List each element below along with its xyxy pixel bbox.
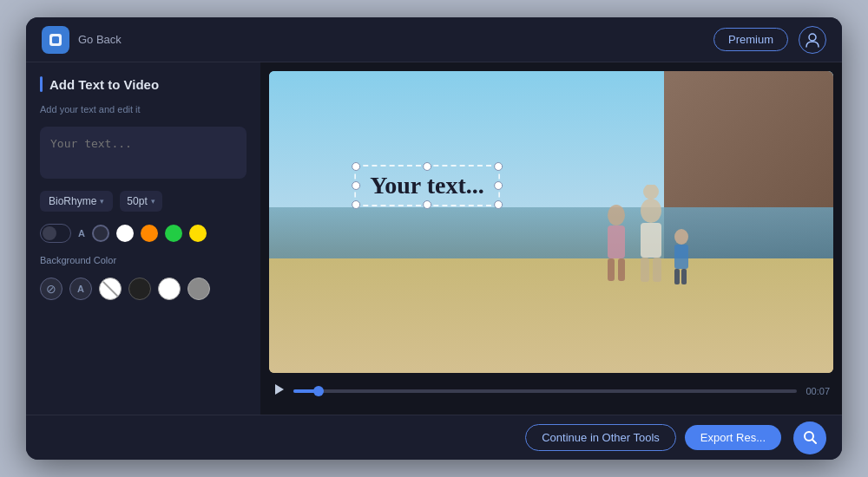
handle-tl[interactable] [352, 162, 360, 171]
bg-white[interactable] [158, 278, 181, 300]
text-overlay-box: Your text... [354, 165, 500, 206]
svg-point-3 [641, 199, 661, 223]
svg-rect-5 [641, 258, 649, 282]
svg-point-2 [809, 34, 816, 41]
export-button[interactable]: Export Res... [685, 425, 781, 450]
svg-point-7 [643, 185, 659, 199]
play-button[interactable] [273, 383, 285, 399]
text-input[interactable] [40, 127, 247, 179]
sidebar: Add Text to Video Add your text and edit… [26, 62, 260, 415]
color-toggle-knob [43, 226, 56, 240]
sidebar-subtitle: Add your text and edit it [40, 104, 247, 114]
color-yellow[interactable] [189, 225, 207, 242]
svg-rect-10 [608, 258, 615, 281]
color-green[interactable] [165, 225, 182, 242]
section-title-bar [40, 76, 43, 92]
progress-knob[interactable] [313, 386, 324, 396]
people-svg [564, 185, 720, 289]
svg-rect-1 [52, 36, 59, 43]
header: Go Back Premium [26, 17, 842, 62]
header-right: Premium [713, 26, 826, 54]
bg-gray[interactable] [187, 278, 210, 300]
color-toggle[interactable] [40, 224, 71, 243]
svg-rect-11 [618, 258, 625, 281]
section-title-text: Add Text to Video [49, 77, 159, 92]
svg-rect-9 [608, 225, 625, 258]
svg-line-18 [812, 440, 816, 443]
video-controls: 00:07 [269, 373, 833, 406]
app-logo-icon [42, 26, 69, 54]
premium-button[interactable]: Premium [713, 28, 788, 51]
beach-sand [269, 258, 833, 373]
video-frame: Your text... [269, 71, 833, 373]
handle-tc[interactable] [423, 162, 431, 171]
handle-br[interactable] [494, 200, 503, 209]
color-orange[interactable] [141, 225, 158, 242]
font-family-select[interactable]: BioRhyme ▾ [40, 191, 113, 212]
progress-bar[interactable] [293, 389, 797, 393]
svg-point-12 [674, 229, 688, 245]
text-overlay-container[interactable]: Your text... [354, 165, 500, 206]
bg-black[interactable] [128, 278, 151, 300]
svg-rect-14 [674, 269, 680, 284]
svg-rect-13 [674, 245, 688, 269]
color-black[interactable] [92, 225, 109, 242]
handle-ml[interactable] [352, 181, 360, 190]
bg-color-label: Background Color [40, 255, 247, 265]
font-size-select[interactable]: 50pt ▾ [120, 191, 161, 212]
footer: Continue in Other Tools Export Res... [26, 415, 842, 460]
bg-slash-white[interactable] [99, 278, 122, 300]
time-display: 00:07 [806, 386, 830, 396]
header-left: Go Back [42, 26, 122, 54]
handle-bc[interactable] [423, 200, 431, 209]
handle-tr[interactable] [494, 162, 503, 171]
size-chevron-icon: ▾ [151, 197, 155, 206]
main-content: Add Text to Video Add your text and edit… [26, 62, 842, 415]
svg-point-8 [608, 205, 625, 225]
video-overlay-text: Your text... [370, 172, 484, 199]
font-chevron-icon: ▾ [100, 197, 104, 206]
search-fab[interactable] [793, 421, 826, 454]
continue-button[interactable]: Continue in Other Tools [525, 424, 676, 451]
handle-mr[interactable] [494, 181, 503, 190]
font-controls: BioRhyme ▾ 50pt ▾ [40, 191, 247, 212]
handle-bl[interactable] [352, 200, 360, 209]
text-color-row: A [40, 224, 247, 243]
video-area: Your text... 00:07 [260, 62, 842, 415]
bg-color-row: ⊘ A [40, 278, 247, 300]
svg-rect-6 [653, 258, 661, 282]
svg-marker-16 [275, 384, 284, 395]
svg-rect-4 [641, 223, 661, 258]
user-icon[interactable] [799, 26, 826, 54]
svg-rect-15 [681, 269, 687, 284]
bg-a-icon[interactable]: A [69, 278, 92, 300]
app-window: Go Back Premium Add Text to Video Add yo… [26, 17, 842, 460]
section-title: Add Text to Video [40, 76, 247, 92]
color-white[interactable] [116, 225, 134, 242]
bg-slash-icon[interactable]: ⊘ [40, 278, 62, 300]
video-bg [269, 71, 833, 373]
text-color-label: A [78, 228, 85, 238]
go-back-link[interactable]: Go Back [78, 33, 122, 46]
